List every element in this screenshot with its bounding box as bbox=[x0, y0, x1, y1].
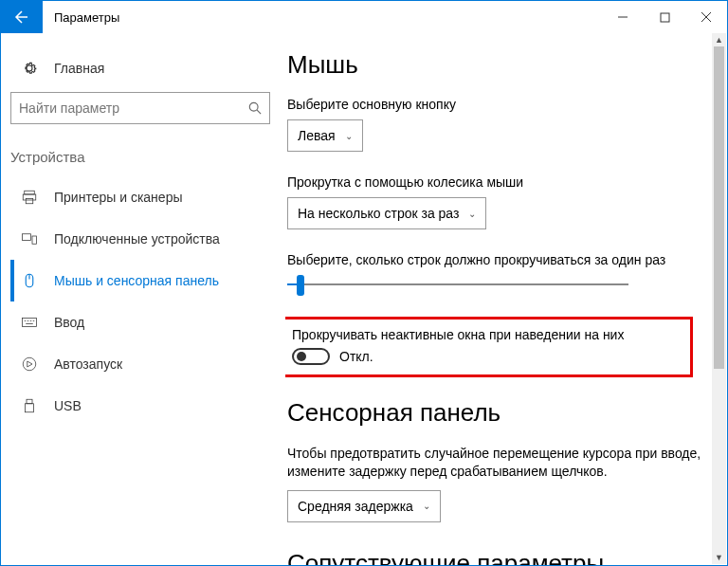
inactive-scroll-toggle[interactable] bbox=[292, 348, 330, 365]
autoplay-icon bbox=[18, 356, 41, 373]
close-button[interactable] bbox=[685, 1, 727, 33]
maximize-button[interactable] bbox=[644, 1, 685, 33]
sidebar-item-usb[interactable]: USB bbox=[10, 385, 285, 427]
svg-rect-16 bbox=[27, 399, 32, 404]
lines-label: Выберите, сколько строк должно прокручив… bbox=[287, 252, 708, 267]
scroll-down-arrow[interactable]: ▼ bbox=[712, 551, 726, 564]
window-controls bbox=[602, 1, 727, 33]
window-title: Параметры bbox=[43, 10, 119, 25]
primary-button-label: Выберите основную кнопку bbox=[287, 97, 708, 112]
search-icon bbox=[248, 101, 262, 115]
lines-slider[interactable] bbox=[287, 275, 628, 294]
highlighted-setting: Прокручивать неактивные окна при наведен… bbox=[285, 317, 693, 377]
svg-rect-17 bbox=[26, 404, 34, 412]
keyboard-icon bbox=[18, 314, 41, 331]
svg-rect-3 bbox=[23, 194, 36, 200]
dropdown-value: На несколько строк за раз bbox=[298, 206, 459, 221]
toggle-knob bbox=[297, 352, 306, 361]
sidebar-item-typing[interactable]: Ввод bbox=[10, 301, 285, 343]
svg-point-1 bbox=[249, 102, 258, 111]
chevron-down-icon: ⌄ bbox=[345, 131, 353, 141]
printer-icon bbox=[18, 189, 41, 206]
sidebar-item-label: Принтеры и сканеры bbox=[54, 190, 182, 205]
heading-mouse: Мышь bbox=[287, 50, 708, 80]
minimize-button[interactable] bbox=[602, 1, 644, 33]
search-input-wrap[interactable] bbox=[10, 92, 270, 124]
dropdown-value: Средняя задержка bbox=[298, 499, 413, 514]
scroll-up-arrow[interactable]: ▲ bbox=[712, 33, 726, 46]
sidebar-item-label: Подключенные устройства bbox=[54, 231, 220, 246]
sidebar-item-mouse[interactable]: Мышь и сенсорная панель bbox=[10, 260, 285, 301]
primary-button-dropdown[interactable]: Левая ⌄ bbox=[287, 119, 363, 152]
home-button[interactable]: Главная bbox=[10, 52, 285, 92]
svg-rect-2 bbox=[25, 191, 35, 194]
svg-rect-4 bbox=[26, 199, 33, 204]
svg-rect-0 bbox=[661, 13, 669, 22]
maximize-icon bbox=[660, 12, 670, 23]
gear-icon bbox=[18, 60, 41, 77]
wheel-scroll-dropdown[interactable]: На несколько строк за раз ⌄ bbox=[287, 197, 486, 229]
vertical-scrollbar[interactable]: ▲ ▼ bbox=[712, 33, 726, 564]
slider-track bbox=[287, 283, 628, 285]
scrollbar-thumb[interactable] bbox=[714, 46, 724, 369]
usb-icon bbox=[18, 397, 41, 414]
chevron-down-icon: ⌄ bbox=[423, 501, 430, 511]
heading-touchpad: Сенсорная панель bbox=[287, 398, 708, 428]
svg-rect-6 bbox=[32, 236, 37, 244]
toggle-state: Откл. bbox=[339, 349, 373, 364]
sidebar-item-printers[interactable]: Принтеры и сканеры bbox=[10, 176, 285, 218]
minimize-icon bbox=[617, 11, 628, 23]
back-arrow-icon bbox=[14, 9, 29, 25]
mouse-icon bbox=[18, 272, 41, 289]
wheel-scroll-label: Прокрутка с помощью колесика мыши bbox=[287, 174, 708, 190]
devices-icon bbox=[18, 230, 41, 247]
home-label: Главная bbox=[54, 61, 104, 76]
dropdown-value: Левая bbox=[298, 128, 336, 143]
sidebar-item-label: USB bbox=[54, 398, 82, 413]
category-label: Устройства bbox=[10, 143, 285, 176]
main-panel: Мышь Выберите основную кнопку Левая ⌄ Пр… bbox=[285, 33, 727, 565]
sidebar-item-label: Мышь и сенсорная панель bbox=[54, 273, 219, 288]
sidebar-item-connected[interactable]: Подключенные устройства bbox=[10, 218, 285, 260]
sidebar-item-label: Ввод bbox=[54, 315, 84, 330]
sidebar-item-label: Автозапуск bbox=[54, 356, 122, 372]
svg-rect-5 bbox=[23, 234, 31, 241]
svg-point-15 bbox=[23, 357, 36, 371]
svg-rect-9 bbox=[23, 319, 37, 327]
heading-related: Сопутствующие параметры bbox=[287, 549, 708, 565]
sidebar: Главная Устройства Принтеры и сканеры По… bbox=[1, 33, 285, 565]
close-icon bbox=[701, 11, 712, 23]
slider-thumb[interactable] bbox=[297, 275, 304, 296]
titlebar: Параметры bbox=[1, 1, 727, 33]
inactive-scroll-label: Прокручивать неактивные окна при наведен… bbox=[292, 327, 681, 342]
back-button[interactable] bbox=[1, 1, 43, 33]
sidebar-item-autoplay[interactable]: Автозапуск bbox=[10, 343, 285, 385]
search-input[interactable] bbox=[19, 100, 248, 116]
touchpad-desc: Чтобы предотвратить случайное перемещени… bbox=[287, 445, 708, 481]
chevron-down-icon: ⌄ bbox=[468, 209, 476, 219]
touchpad-delay-dropdown[interactable]: Средняя задержка ⌄ bbox=[287, 490, 441, 522]
